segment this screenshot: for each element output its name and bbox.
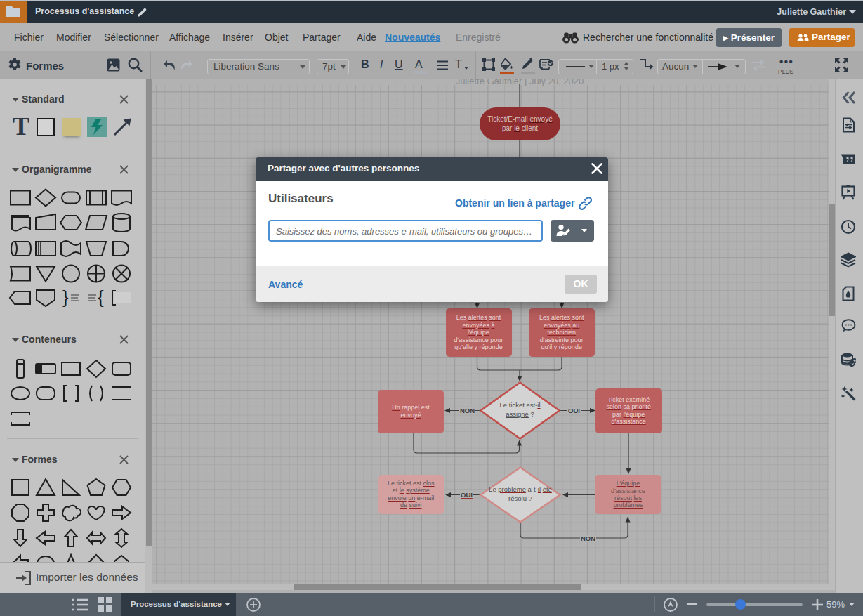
- svg-text:}: }: [62, 287, 69, 308]
- svg-text:{: {: [98, 287, 104, 308]
